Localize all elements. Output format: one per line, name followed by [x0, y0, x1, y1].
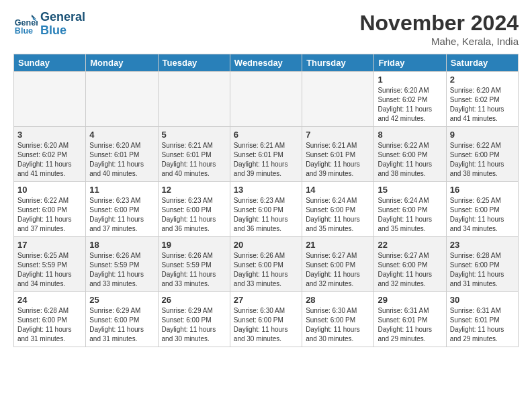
- day-detail: Sunrise: 6:30 AM Sunset: 6:00 PM Dayligh…: [306, 306, 370, 344]
- day-detail: Sunrise: 6:23 AM Sunset: 6:00 PM Dayligh…: [162, 196, 226, 234]
- day-detail: Sunrise: 6:31 AM Sunset: 6:01 PM Dayligh…: [378, 306, 442, 344]
- day-number: 9: [450, 130, 515, 140]
- table-row: 16Sunrise: 6:25 AM Sunset: 6:00 PM Dayli…: [446, 182, 518, 237]
- day-detail: Sunrise: 6:30 AM Sunset: 6:00 PM Dayligh…: [234, 306, 298, 344]
- day-number: 21: [306, 240, 370, 250]
- day-number: 26: [162, 295, 226, 305]
- month-title: November 2024: [359, 11, 519, 36]
- day-detail: Sunrise: 6:20 AM Sunset: 6:02 PM Dayligh…: [450, 86, 515, 124]
- calendar-week-row: 3Sunrise: 6:20 AM Sunset: 6:02 PM Daylig…: [14, 127, 519, 182]
- day-number: 17: [17, 240, 82, 250]
- day-detail: Sunrise: 6:27 AM Sunset: 6:00 PM Dayligh…: [378, 251, 442, 289]
- day-detail: Sunrise: 6:27 AM Sunset: 6:00 PM Dayligh…: [306, 251, 370, 289]
- day-detail: Sunrise: 6:23 AM Sunset: 6:00 PM Dayligh…: [234, 196, 298, 234]
- day-number: 25: [89, 295, 154, 305]
- day-detail: Sunrise: 6:20 AM Sunset: 6:01 PM Dayligh…: [89, 141, 154, 179]
- col-monday: Monday: [86, 54, 158, 72]
- table-row: 14Sunrise: 6:24 AM Sunset: 6:00 PM Dayli…: [302, 182, 374, 237]
- col-sunday: Sunday: [14, 54, 86, 72]
- calendar-week-row: 10Sunrise: 6:22 AM Sunset: 6:00 PM Dayli…: [14, 182, 519, 237]
- day-number: 11: [89, 185, 154, 195]
- day-detail: Sunrise: 6:21 AM Sunset: 6:01 PM Dayligh…: [234, 141, 298, 179]
- calendar-week-row: 17Sunrise: 6:25 AM Sunset: 5:59 PM Dayli…: [14, 237, 519, 292]
- col-wednesday: Wednesday: [230, 54, 302, 72]
- table-row: 24Sunrise: 6:28 AM Sunset: 6:00 PM Dayli…: [14, 292, 86, 347]
- day-detail: Sunrise: 6:26 AM Sunset: 5:59 PM Dayligh…: [89, 251, 154, 289]
- day-number: 14: [306, 185, 370, 195]
- calendar: Sunday Monday Tuesday Wednesday Thursday…: [13, 54, 519, 347]
- table-row: [302, 72, 374, 127]
- logo: General Blue General Blue: [13, 11, 85, 38]
- day-number: 8: [378, 130, 442, 140]
- table-row: 1Sunrise: 6:20 AM Sunset: 6:02 PM Daylig…: [374, 72, 446, 127]
- day-detail: Sunrise: 6:22 AM Sunset: 6:00 PM Dayligh…: [378, 141, 442, 179]
- day-number: 15: [378, 185, 442, 195]
- calendar-week-row: 24Sunrise: 6:28 AM Sunset: 6:00 PM Dayli…: [14, 292, 519, 347]
- day-number: 22: [378, 240, 442, 250]
- table-row: 5Sunrise: 6:21 AM Sunset: 6:01 PM Daylig…: [158, 127, 230, 182]
- logo-name-blue: Blue: [40, 24, 85, 38]
- table-row: 9Sunrise: 6:22 AM Sunset: 6:00 PM Daylig…: [446, 127, 518, 182]
- table-row: 4Sunrise: 6:20 AM Sunset: 6:01 PM Daylig…: [86, 127, 158, 182]
- table-row: 22Sunrise: 6:27 AM Sunset: 6:00 PM Dayli…: [374, 237, 446, 292]
- col-tuesday: Tuesday: [158, 54, 230, 72]
- svg-text:Blue: Blue: [15, 26, 33, 36]
- day-detail: Sunrise: 6:26 AM Sunset: 5:59 PM Dayligh…: [162, 251, 226, 289]
- table-row: 21Sunrise: 6:27 AM Sunset: 6:00 PM Dayli…: [302, 237, 374, 292]
- day-number: 20: [234, 240, 298, 250]
- calendar-header-row: Sunday Monday Tuesday Wednesday Thursday…: [14, 54, 519, 72]
- day-detail: Sunrise: 6:28 AM Sunset: 6:00 PM Dayligh…: [450, 251, 515, 289]
- day-detail: Sunrise: 6:22 AM Sunset: 6:00 PM Dayligh…: [450, 141, 515, 179]
- day-number: 27: [234, 295, 298, 305]
- table-row: 3Sunrise: 6:20 AM Sunset: 6:02 PM Daylig…: [14, 127, 86, 182]
- day-number: 29: [378, 295, 442, 305]
- table-row: 29Sunrise: 6:31 AM Sunset: 6:01 PM Dayli…: [374, 292, 446, 347]
- day-detail: Sunrise: 6:21 AM Sunset: 6:01 PM Dayligh…: [306, 141, 370, 179]
- day-number: 30: [450, 295, 515, 305]
- table-row: 28Sunrise: 6:30 AM Sunset: 6:00 PM Dayli…: [302, 292, 374, 347]
- logo-icon: General Blue: [13, 12, 38, 36]
- table-row: 13Sunrise: 6:23 AM Sunset: 6:00 PM Dayli…: [230, 182, 302, 237]
- title-block: November 2024 Mahe, Kerala, India: [359, 11, 519, 47]
- table-row: 23Sunrise: 6:28 AM Sunset: 6:00 PM Dayli…: [446, 237, 518, 292]
- day-number: 5: [162, 130, 226, 140]
- day-number: 19: [162, 240, 226, 250]
- table-row: 7Sunrise: 6:21 AM Sunset: 6:01 PM Daylig…: [302, 127, 374, 182]
- day-number: 28: [306, 295, 370, 305]
- day-number: 1: [378, 75, 442, 85]
- table-row: 15Sunrise: 6:24 AM Sunset: 6:00 PM Dayli…: [374, 182, 446, 237]
- table-row: 20Sunrise: 6:26 AM Sunset: 6:00 PM Dayli…: [230, 237, 302, 292]
- day-number: 4: [89, 130, 154, 140]
- table-row: 25Sunrise: 6:29 AM Sunset: 6:00 PM Dayli…: [86, 292, 158, 347]
- table-row: 30Sunrise: 6:31 AM Sunset: 6:01 PM Dayli…: [446, 292, 518, 347]
- day-detail: Sunrise: 6:29 AM Sunset: 6:00 PM Dayligh…: [162, 306, 226, 344]
- day-detail: Sunrise: 6:24 AM Sunset: 6:00 PM Dayligh…: [378, 196, 442, 234]
- day-number: 23: [450, 240, 515, 250]
- day-detail: Sunrise: 6:31 AM Sunset: 6:01 PM Dayligh…: [450, 306, 515, 344]
- table-row: [158, 72, 230, 127]
- day-number: 10: [17, 185, 82, 195]
- table-row: 6Sunrise: 6:21 AM Sunset: 6:01 PM Daylig…: [230, 127, 302, 182]
- day-number: 6: [234, 130, 298, 140]
- table-row: 27Sunrise: 6:30 AM Sunset: 6:00 PM Dayli…: [230, 292, 302, 347]
- day-detail: Sunrise: 6:21 AM Sunset: 6:01 PM Dayligh…: [162, 141, 226, 179]
- day-detail: Sunrise: 6:20 AM Sunset: 6:02 PM Dayligh…: [17, 141, 82, 179]
- day-number: 7: [306, 130, 370, 140]
- col-friday: Friday: [374, 54, 446, 72]
- day-number: 16: [450, 185, 515, 195]
- table-row: [86, 72, 158, 127]
- col-saturday: Saturday: [446, 54, 518, 72]
- day-detail: Sunrise: 6:28 AM Sunset: 6:00 PM Dayligh…: [17, 306, 82, 344]
- day-number: 2: [450, 75, 515, 85]
- calendar-week-row: 1Sunrise: 6:20 AM Sunset: 6:02 PM Daylig…: [14, 72, 519, 127]
- day-detail: Sunrise: 6:23 AM Sunset: 6:00 PM Dayligh…: [89, 196, 154, 234]
- day-detail: Sunrise: 6:22 AM Sunset: 6:00 PM Dayligh…: [17, 196, 82, 234]
- day-number: 3: [17, 130, 82, 140]
- table-row: [230, 72, 302, 127]
- col-thursday: Thursday: [302, 54, 374, 72]
- table-row: 19Sunrise: 6:26 AM Sunset: 5:59 PM Dayli…: [158, 237, 230, 292]
- day-detail: Sunrise: 6:20 AM Sunset: 6:02 PM Dayligh…: [378, 86, 442, 124]
- day-detail: Sunrise: 6:26 AM Sunset: 6:00 PM Dayligh…: [234, 251, 298, 289]
- table-row: 17Sunrise: 6:25 AM Sunset: 5:59 PM Dayli…: [14, 237, 86, 292]
- day-detail: Sunrise: 6:25 AM Sunset: 6:00 PM Dayligh…: [450, 196, 515, 234]
